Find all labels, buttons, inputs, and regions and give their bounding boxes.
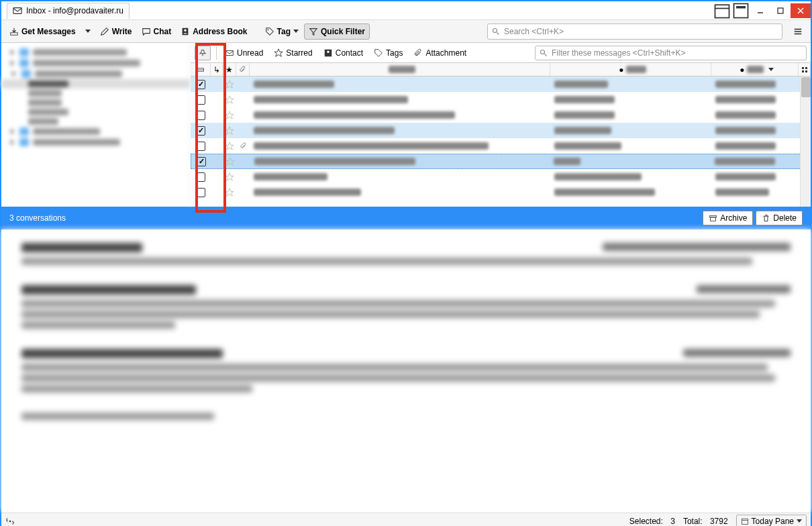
- svg-rect-4: [736, 6, 746, 9]
- select-checkbox[interactable]: [197, 157, 206, 166]
- chat-label: Chat: [154, 27, 172, 36]
- address-book-button[interactable]: Address Book: [176, 24, 251, 39]
- tag-icon: [265, 27, 274, 36]
- svg-rect-18: [226, 50, 234, 55]
- delete-button[interactable]: Delete: [756, 211, 803, 225]
- address-book-icon: [181, 27, 190, 36]
- message-row[interactable]: [191, 123, 811, 138]
- get-messages-dropdown[interactable]: [81, 27, 95, 36]
- tag-label: Tag: [277, 27, 291, 36]
- window-tab[interactable]: Inbox - info@prodavaiter.ru: [7, 3, 130, 19]
- filter-placeholder: Filter these messages <Ctrl+Shift+K>: [552, 48, 685, 58]
- filter-search[interactable]: Filter these messages <Ctrl+Shift+K>: [535, 46, 807, 60]
- svg-rect-9: [11, 32, 18, 35]
- select-checkbox[interactable]: [196, 111, 205, 120]
- filter-starred[interactable]: Starred: [271, 46, 315, 60]
- svg-rect-32: [742, 519, 748, 524]
- svg-rect-6: [778, 8, 783, 13]
- calendar-icon[interactable]: [713, 3, 731, 18]
- pin-filter-button[interactable]: [195, 46, 211, 60]
- attachment-icon: [413, 48, 423, 58]
- quick-filter-label: Quick Filter: [321, 27, 365, 36]
- write-label: Write: [112, 27, 132, 36]
- archive-button[interactable]: Archive: [703, 211, 753, 225]
- global-search[interactable]: Search <Ctrl+K>: [487, 23, 782, 40]
- download-icon: [9, 27, 19, 36]
- select-checkbox[interactable]: [196, 172, 205, 182]
- maximize-button[interactable]: [770, 3, 791, 18]
- calendar-icon: [741, 517, 749, 525]
- select-checkbox[interactable]: [196, 126, 205, 136]
- message-row[interactable]: [191, 107, 811, 123]
- chat-button[interactable]: Chat: [138, 24, 176, 39]
- trash-icon: [762, 214, 770, 223]
- filter-attachment[interactable]: Attachment: [411, 46, 469, 60]
- activity-indicator[interactable]: [5, 517, 15, 526]
- inbox-icon: [13, 6, 22, 15]
- pencil-icon: [100, 27, 109, 36]
- filter-unread[interactable]: Unread: [222, 46, 266, 60]
- svg-point-13: [493, 28, 497, 32]
- pin-icon: [199, 49, 207, 57]
- svg-rect-25: [802, 67, 804, 69]
- thread-pane: Unread Starred Contact Tags Attachment F…: [191, 43, 811, 207]
- chat-icon: [142, 27, 151, 36]
- tag-icon: [374, 48, 383, 58]
- svg-rect-3: [734, 3, 748, 17]
- minimize-button[interactable]: [750, 3, 770, 18]
- today-pane-button[interactable]: Today Pane: [736, 515, 807, 527]
- tag-button[interactable]: Tag: [261, 24, 303, 39]
- select-checkbox[interactable]: [196, 95, 205, 105]
- app-menu-button[interactable]: [789, 24, 807, 39]
- main-toolbar: Get Messages Write Chat Address Book Tag…: [1, 20, 811, 43]
- message-row[interactable]: [191, 185, 811, 200]
- star-icon[interactable]: [225, 95, 234, 105]
- select-checkbox[interactable]: [196, 80, 205, 89]
- quick-filter-bar: Unread Starred Contact Tags Attachment F…: [191, 43, 811, 63]
- write-button[interactable]: Write: [96, 24, 136, 39]
- star-icon[interactable]: [225, 80, 234, 89]
- star-icon[interactable]: [225, 172, 234, 182]
- star-icon[interactable]: [225, 142, 234, 151]
- search-icon: [540, 49, 548, 57]
- svg-point-20: [327, 50, 329, 53]
- preview-pane[interactable]: [1, 229, 811, 511]
- column-header[interactable]: ↳ ★ ● ●: [191, 63, 811, 76]
- get-messages-button[interactable]: Get Messages: [5, 24, 80, 39]
- tasks-icon[interactable]: [731, 3, 750, 18]
- star-icon[interactable]: [225, 188, 234, 197]
- svg-point-11: [184, 29, 187, 32]
- svg-rect-0: [13, 8, 21, 14]
- address-book-label: Address Book: [193, 27, 247, 36]
- titlebar: Inbox - info@prodavaiter.ru: [1, 1, 811, 20]
- message-row[interactable]: [191, 92, 811, 107]
- star-icon: [274, 48, 283, 58]
- message-row[interactable]: [191, 154, 811, 169]
- svg-point-12: [267, 29, 268, 30]
- select-col-icon: [197, 66, 205, 74]
- folder-sidebar[interactable]: [1, 43, 191, 207]
- select-checkbox[interactable]: [196, 188, 205, 197]
- filter-contact[interactable]: Contact: [321, 46, 366, 60]
- search-icon: [492, 28, 500, 36]
- filter-tags[interactable]: Tags: [371, 46, 405, 60]
- star-icon[interactable]: [225, 157, 235, 166]
- message-list[interactable]: [191, 76, 811, 207]
- svg-rect-30: [711, 217, 716, 221]
- svg-line-14: [497, 32, 499, 34]
- star-icon[interactable]: [225, 111, 234, 120]
- svg-line-22: [545, 54, 547, 56]
- activity-icon: [5, 517, 15, 526]
- select-checkbox[interactable]: [196, 142, 205, 151]
- quick-filter-button[interactable]: Quick Filter: [304, 23, 370, 40]
- close-button[interactable]: [791, 3, 811, 18]
- message-row[interactable]: [191, 138, 811, 154]
- svg-rect-28: [805, 70, 807, 72]
- hamburger-icon: [793, 27, 803, 36]
- message-row[interactable]: [191, 76, 811, 92]
- message-row[interactable]: [191, 169, 811, 185]
- archive-icon: [709, 214, 717, 223]
- star-icon[interactable]: [225, 126, 234, 136]
- attachment-icon: [240, 142, 247, 150]
- scrollbar[interactable]: [800, 76, 811, 207]
